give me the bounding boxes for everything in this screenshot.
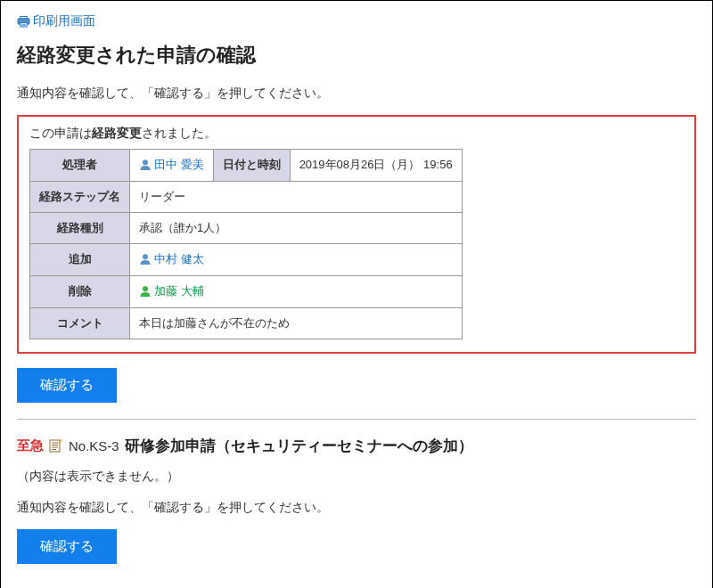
printer-icon	[17, 16, 30, 28]
svg-rect-4	[21, 25, 26, 26]
processor-cell: 田中 愛美	[130, 149, 214, 181]
print-link-label: 印刷用画面	[33, 13, 95, 29]
route-type-value: 承認（誰か1人）	[130, 212, 463, 243]
urgent-badge: 至急	[17, 437, 44, 454]
no-content-text: （内容は表示できません。）	[17, 469, 696, 485]
instruction-text: 通知内容を確認して、「確認する」を押してください。	[17, 83, 696, 104]
step-name-label: 経路ステップ名	[30, 181, 130, 212]
application-header: 至急 No.KS-3 研修参加申請（セキュリティーセミナーへの参加）	[17, 436, 696, 456]
added-cell: 中村 健太	[130, 243, 463, 275]
application-number: No.KS-3	[69, 438, 119, 453]
user-icon	[139, 285, 152, 298]
svg-rect-3	[21, 23, 26, 24]
svg-point-7	[143, 286, 148, 291]
svg-rect-8	[50, 440, 60, 452]
processor-label: 処理者	[30, 149, 130, 181]
route-change-notice: この申請は経路変更されました。 処理者 田中 愛美 日付と時刻 2019年08月…	[17, 115, 696, 354]
user-icon	[139, 253, 152, 265]
page-title: 経路変更された申請の確認	[17, 42, 696, 69]
form-icon	[49, 438, 63, 453]
datetime-value: 2019年08月26日（月） 19:56	[290, 149, 462, 181]
user-icon	[139, 159, 152, 171]
svg-rect-2	[20, 22, 27, 27]
processor-link[interactable]: 田中 愛美	[139, 157, 204, 173]
confirm-button-2[interactable]: 確認する	[17, 529, 117, 564]
removed-label: 削除	[30, 275, 130, 307]
datetime-label: 日付と時刻	[213, 149, 290, 181]
step-name-value: リーダー	[130, 181, 463, 212]
route-type-label: 経路種別	[30, 212, 130, 243]
removed-person-link[interactable]: 加藤 大輔	[139, 283, 204, 299]
section-divider	[17, 419, 696, 420]
instruction-text-2: 通知内容を確認して、「確認する」を押してください。	[17, 497, 696, 519]
confirm-button[interactable]: 確認する	[17, 368, 117, 403]
comment-label: コメント	[30, 307, 130, 339]
svg-point-6	[143, 254, 148, 259]
comment-value: 本日は加藤さんが不在のため	[130, 307, 463, 339]
notice-title: この申請は経路変更されました。	[29, 126, 684, 142]
svg-point-5	[143, 159, 148, 165]
removed-cell: 加藤 大輔	[130, 275, 463, 307]
route-info-table: 処理者 田中 愛美 日付と時刻 2019年08月26日（月） 19:56 経路ス…	[29, 149, 463, 339]
added-person-link[interactable]: 中村 健太	[139, 251, 204, 267]
application-title: 研修参加申請（セキュリティーセミナーへの参加）	[125, 436, 473, 456]
print-link[interactable]: 印刷用画面	[17, 13, 95, 29]
added-label: 追加	[30, 243, 130, 275]
